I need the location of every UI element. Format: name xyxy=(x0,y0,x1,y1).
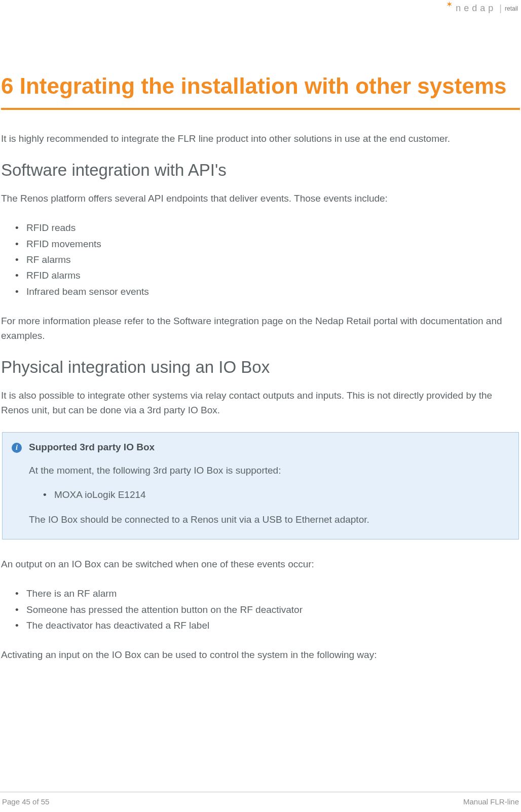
iobox-events-list: There is an RF alarm Someone has pressed… xyxy=(1,586,520,633)
heading-underline xyxy=(1,108,520,110)
logo-suffix: retail xyxy=(505,5,518,12)
logo-star-icon: ✶ xyxy=(446,0,453,9)
chapter-heading: 6 Integrating the installation with othe… xyxy=(1,71,520,101)
list-item: MOXA ioLogik E1214 xyxy=(54,487,509,502)
logo-separator: | xyxy=(499,3,502,14)
page-footer: Page 45 of 55 Manual FLR-line xyxy=(0,792,521,812)
info-callout: i Supported 3rd party IO Box At the mome… xyxy=(2,432,519,539)
api-outro: For more information please refer to the… xyxy=(1,314,520,343)
list-item: Infrared beam sensor events xyxy=(26,284,520,299)
info-body: Supported 3rd party IO Box At the moment… xyxy=(29,442,509,527)
list-item: RFID alarms xyxy=(26,267,520,283)
list-item: RFID reads xyxy=(26,220,520,236)
logo-wordmark: nedap xyxy=(456,3,496,14)
list-item: There is an RF alarm xyxy=(26,586,520,601)
info-title: Supported 3rd party IO Box xyxy=(29,442,509,453)
api-events-list: RFID reads RFID movements RF alarms RFID… xyxy=(1,220,520,299)
list-item: Someone has pressed the attention button… xyxy=(26,602,520,617)
list-item: The deactivator has deactivated a RF lab… xyxy=(26,617,520,633)
page: ✶ nedap | retail 6 Integrating the insta… xyxy=(0,0,521,812)
page-number: Page 45 of 55 xyxy=(2,797,49,806)
document-title: Manual FLR-line xyxy=(463,797,519,806)
info-icon: i xyxy=(12,443,22,453)
info-text: At the moment, the following 3rd party I… xyxy=(29,463,509,478)
section-heading-api: Software integration with API's xyxy=(1,161,520,180)
api-intro: The Renos platform offers several API en… xyxy=(1,191,520,206)
list-item: RFID movements xyxy=(26,236,520,252)
list-item: RF alarms xyxy=(26,252,520,267)
content-area: 6 Integrating the installation with othe… xyxy=(0,0,521,663)
info-text: The IO Box should be connected to a Reno… xyxy=(29,512,509,527)
iobox-intro: It is also possible to integrate other s… xyxy=(1,388,520,418)
iobox-events-intro: An output on an IO Box can be switched w… xyxy=(1,557,520,571)
info-list: MOXA ioLogik E1214 xyxy=(29,487,509,502)
header-logo: ✶ nedap | retail xyxy=(446,3,518,14)
intro-paragraph: It is highly recommended to integrate th… xyxy=(1,131,520,146)
section-heading-iobox: Physical integration using an IO Box xyxy=(1,358,520,377)
iobox-input-intro: Activating an input on the IO Box can be… xyxy=(1,647,520,662)
